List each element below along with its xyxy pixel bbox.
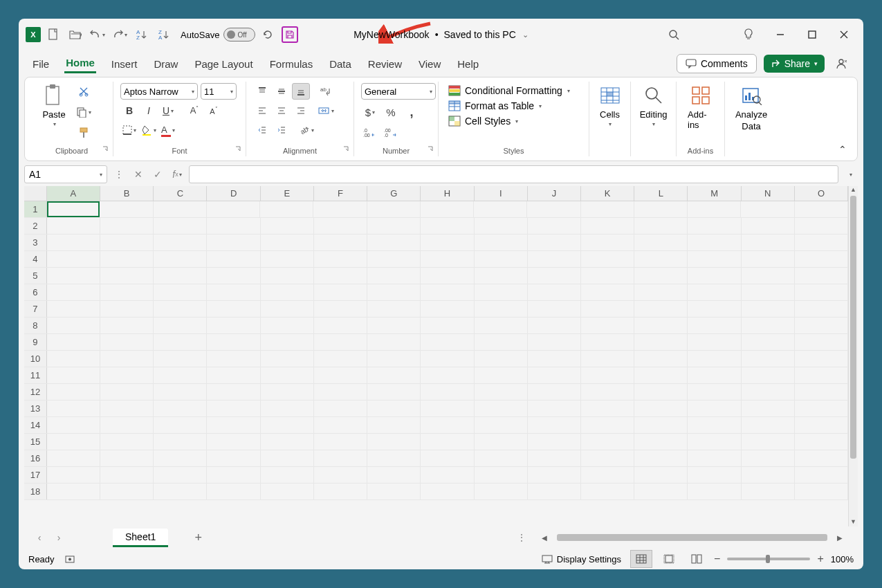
name-box[interactable]: A1 ▾ (24, 165, 107, 183)
cell[interactable] (47, 401, 100, 416)
cell[interactable] (475, 284, 528, 300)
increase-font-button[interactable]: A˄ (185, 102, 203, 119)
cell[interactable] (795, 334, 848, 350)
sort-desc-icon[interactable]: ZA (154, 25, 174, 44)
cell[interactable] (795, 450, 848, 466)
cell[interactable] (314, 484, 367, 499)
cell[interactable] (475, 301, 528, 317)
cell[interactable] (475, 334, 528, 350)
cell[interactable] (154, 334, 207, 350)
cell[interactable] (795, 351, 848, 367)
sheet-more-icon[interactable]: ⋮ (514, 530, 529, 545)
row-header[interactable]: 1 (24, 201, 47, 217)
cell[interactable] (367, 334, 421, 350)
cell[interactable] (742, 284, 795, 300)
lightbulb-icon[interactable] (733, 25, 764, 44)
cell[interactable] (261, 467, 314, 483)
cell[interactable] (367, 367, 421, 383)
cell[interactable] (47, 334, 100, 350)
cell[interactable] (154, 235, 207, 250)
cell[interactable] (688, 218, 741, 234)
column-header[interactable]: F (314, 186, 367, 201)
cell[interactable] (207, 384, 260, 400)
cell[interactable] (795, 434, 848, 450)
cell[interactable] (421, 484, 474, 499)
cell[interactable] (688, 367, 741, 383)
cell[interactable] (528, 301, 581, 317)
cell[interactable] (795, 201, 848, 217)
cell[interactable] (207, 284, 260, 300)
cut-button[interactable] (75, 83, 93, 100)
scroll-up-arrow[interactable]: ▲ (849, 186, 858, 194)
cell[interactable] (47, 268, 100, 284)
cell[interactable] (261, 284, 314, 300)
cell[interactable] (100, 218, 154, 234)
cell[interactable] (688, 417, 741, 433)
cell[interactable] (154, 251, 207, 267)
cell[interactable] (154, 351, 207, 367)
cell[interactable] (421, 334, 474, 350)
cell[interactable] (47, 284, 100, 300)
cell[interactable] (581, 301, 634, 317)
column-header[interactable]: L (634, 186, 688, 201)
number-format-select[interactable]: General ▾ (361, 83, 436, 100)
cell[interactable] (47, 235, 100, 250)
bold-button[interactable]: B (120, 102, 138, 119)
row-header[interactable]: 12 (24, 384, 47, 400)
macro-record-icon[interactable] (62, 551, 80, 567)
cell[interactable] (154, 318, 207, 333)
cell[interactable] (581, 268, 634, 284)
more-options-icon[interactable]: ⋮ (111, 167, 127, 182)
cell[interactable] (688, 251, 741, 267)
cell[interactable] (475, 218, 528, 234)
merge-center-button[interactable]: ▾ (317, 102, 335, 119)
cell[interactable] (314, 417, 367, 433)
cell[interactable] (100, 450, 154, 466)
share-button[interactable]: Share ▾ (764, 55, 825, 73)
minimize-button[interactable] (765, 25, 796, 44)
cell[interactable] (261, 218, 314, 234)
zoom-knob[interactable] (766, 555, 770, 563)
underline-button[interactable]: U▾ (159, 102, 177, 119)
cell[interactable] (742, 301, 795, 317)
cell[interactable] (528, 251, 581, 267)
cell[interactable] (795, 301, 848, 317)
cell[interactable] (528, 351, 581, 367)
cell[interactable] (367, 401, 421, 416)
tab-data[interactable]: Data (328, 55, 353, 73)
cell[interactable] (47, 251, 100, 267)
cell[interactable] (795, 467, 848, 483)
cell[interactable] (207, 450, 260, 466)
cell[interactable] (154, 284, 207, 300)
paste-button[interactable]: Paste ▾ (37, 83, 71, 127)
cell[interactable] (742, 235, 795, 250)
cell[interactable] (688, 301, 741, 317)
cell[interactable] (581, 401, 634, 416)
cell[interactable] (367, 417, 421, 433)
align-top-button[interactable] (253, 83, 271, 100)
conditional-formatting-button[interactable]: Conditional Formatting ▾ (445, 83, 582, 98)
scroll-right-arrow[interactable]: ▶ (837, 534, 843, 542)
row-header[interactable]: 10 (24, 351, 47, 367)
cell[interactable] (314, 318, 367, 333)
cell[interactable] (688, 318, 741, 333)
cell[interactable] (581, 351, 634, 367)
cell[interactable] (47, 417, 100, 433)
tab-draw[interactable]: Draw (152, 55, 179, 73)
analyze-data-button[interactable]: Analyze Data (732, 83, 771, 131)
tab-home[interactable]: Home (64, 54, 96, 73)
undo-button[interactable]: ▾ (88, 25, 107, 44)
dialog-launcher-icon[interactable] (102, 145, 110, 154)
align-middle-button[interactable] (273, 83, 291, 100)
cell[interactable] (634, 401, 688, 416)
cell[interactable] (154, 218, 207, 234)
cell[interactable] (47, 434, 100, 450)
cell[interactable] (47, 367, 100, 383)
cell[interactable] (154, 467, 207, 483)
cell[interactable] (207, 235, 260, 250)
cell[interactable] (421, 235, 474, 250)
cell[interactable] (314, 367, 367, 383)
cell[interactable] (154, 384, 207, 400)
tab-review[interactable]: Review (367, 55, 403, 73)
cell[interactable] (207, 367, 260, 383)
